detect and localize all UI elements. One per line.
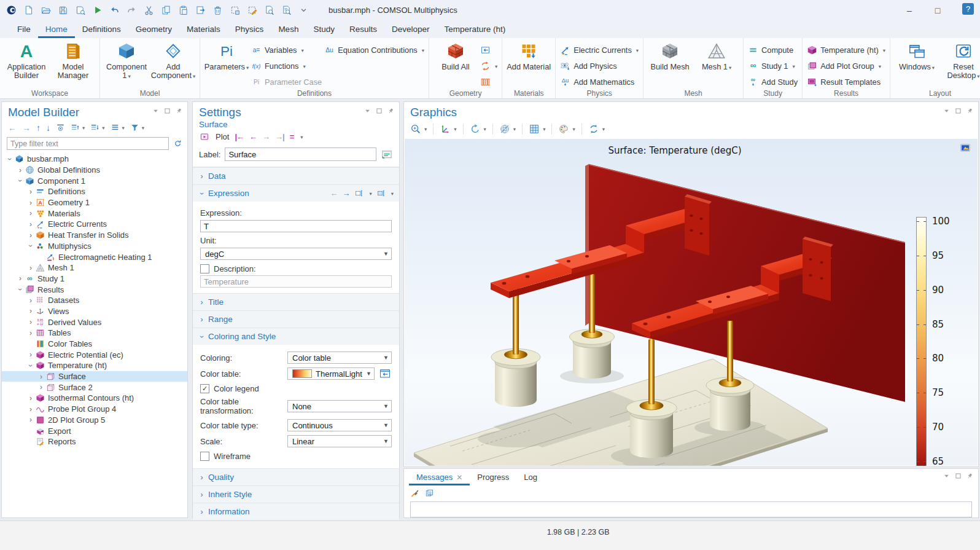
expander-icon[interactable]: › [37,383,45,391]
section-title[interactable]: › Title [193,293,399,310]
section-quality[interactable]: › Quality [193,468,399,485]
transform-combobox[interactable]: None ▼ [287,400,392,412]
expander-icon[interactable]: › [26,416,35,423]
build-mesh-button[interactable]: Build Mesh [648,41,692,71]
tree-item-multiphysics[interactable]: ›Multiphysics [2,241,187,252]
update-plot-button[interactable]: ▾ [588,124,605,135]
study-1-button[interactable]: ∞Study 1▾ [748,59,798,73]
expand-all-button[interactable]: ▾ [90,123,104,132]
reset-desktop-button[interactable]: Reset Desktop▾ [941,41,980,81]
tree-item-component-1[interactable]: ›Component 1 [2,175,187,186]
paste-insert-button[interactable] [193,3,208,18]
rotate-view-button[interactable]: ▾ [470,124,486,135]
add-physics-button[interactable]: Add Physics [560,59,639,73]
back-button[interactable]: ← [8,124,17,132]
insert-expression-icon[interactable] [354,189,364,197]
new-file-button[interactable] [21,3,36,18]
result-templates-button[interactable]: Result Templates [807,75,885,89]
expander-icon[interactable]: › [26,351,35,358]
expander-icon[interactable]: › [26,221,35,228]
hdr-pin-icon[interactable] [966,473,973,479]
menu-developer[interactable]: Developer [384,20,437,38]
description-input[interactable] [200,275,392,288]
filter-button[interactable]: ▾ [130,123,144,132]
plot-previous-icon[interactable]: ← [249,132,257,141]
filter-input[interactable] [7,137,169,150]
menu-mesh[interactable]: Mesh [271,20,306,38]
redo-button[interactable] [124,3,139,18]
expander-icon[interactable]: › [26,264,35,272]
grid-button[interactable]: ▾ [529,124,545,135]
select-draw-button[interactable] [244,3,260,18]
run-button[interactable] [90,3,105,18]
doc-search-alt-button[interactable] [279,3,294,18]
plot-when-icon[interactable]: = [290,132,294,141]
section-range[interactable]: › Range [193,310,399,328]
hdr-caret-icon[interactable] [943,108,950,114]
tree-item-views[interactable]: ›Views [2,306,187,317]
tree-item-busbar-mph[interactable]: ›busbar.mph [2,154,187,165]
expander-icon[interactable]: › [27,361,34,370]
forward-button[interactable]: → [22,124,31,132]
color-table-combobox[interactable]: ThermalLight ▼ [287,367,375,380]
tab-log[interactable]: Log [516,469,545,485]
close-icon[interactable]: ✕ [456,473,462,482]
tree-item-surface[interactable]: ›Surface [2,371,187,382]
expander-icon[interactable]: › [26,307,35,315]
help-button[interactable]: ? [962,3,974,15]
expander-icon[interactable]: › [17,285,24,294]
tree-item-study-1[interactable]: ›∞Study 1 [2,273,187,285]
chevron-down-icon[interactable]: ▾ [300,134,303,140]
hdr-caret-icon[interactable] [152,108,159,114]
scale-combobox[interactable]: Linear ▼ [287,435,392,447]
hdr-float-icon[interactable] [955,473,962,479]
plot-next-icon[interactable]: → [262,132,270,141]
chevron-down-icon[interactable]: ▾ [369,191,371,197]
expander-icon[interactable]: › [26,232,35,239]
messages-output[interactable] [410,501,972,517]
expander-icon[interactable]: › [26,210,35,217]
undo-button[interactable] [107,3,122,18]
menu-geometry[interactable]: Geometry [128,20,179,38]
chevron-down-icon[interactable]: ▾ [391,191,394,197]
plot-button-label[interactable]: Plot [216,132,229,141]
refresh-icon[interactable] [173,139,182,148]
tree-item-global-definitions[interactable]: ›Global Definitions [2,165,187,176]
import-icon-button[interactable] [480,43,497,57]
color-theme-button[interactable]: ▾ [558,124,575,135]
menu-materials[interactable]: Materials [179,20,228,38]
section-expression[interactable]: › Expression ← → ▾ ▾ [193,184,399,202]
tree-item-derived-values[interactable]: ›8.85e-12Derived Values [2,316,187,328]
description-checkbox[interactable] [200,264,209,273]
next-expression-icon[interactable]: → [342,189,350,198]
rebuild-icon-button[interactable]: ▾ [480,59,497,73]
hdr-float-icon[interactable] [164,108,171,114]
hdr-pin-icon[interactable] [387,108,394,114]
prev-expression-icon[interactable]: ← [330,189,338,198]
parameters-button[interactable]: PiParameters▾ [204,41,249,71]
tree-item-color-tables[interactable]: Color Tables [2,339,187,350]
hdr-pin-icon[interactable] [176,108,182,114]
add-material-button[interactable]: Add Material [507,41,551,71]
tree-item-materials[interactable]: ›Materials [2,208,187,219]
label-input[interactable] [225,147,376,161]
select-frame-button[interactable] [227,3,243,18]
expander-icon[interactable]: › [37,373,45,380]
partition-icon-button[interactable] [480,75,497,89]
snapshot-icon[interactable] [959,143,971,153]
tab-messages[interactable]: Messages✕ [409,469,470,485]
move-down-button[interactable]: ↓ [46,124,50,132]
busbar-3d-model[interactable] [407,162,917,466]
wireframe-checkbox[interactable] [200,452,209,461]
menu-definitions[interactable]: Definitions [75,20,128,38]
functions-button[interactable]: f(x)Functions▾ [251,59,322,73]
tree-item-probe-plot-group-4[interactable]: ›Probe Plot Group 4 [2,404,187,415]
electric-currents-button[interactable]: +Electric Currents▾ [560,43,639,57]
menu-file[interactable]: File [10,20,38,38]
add-study-button[interactable]: ∞Add Study [748,75,798,89]
build-all-button[interactable]: Build All [434,41,478,71]
unit-combobox[interactable]: degC ▼ [200,248,392,260]
section-inherit-style[interactable]: › Inherit Style [193,485,399,503]
hdr-caret-icon[interactable] [364,108,371,114]
tree-item-mesh-1[interactable]: ›Mesh 1 [2,262,187,273]
